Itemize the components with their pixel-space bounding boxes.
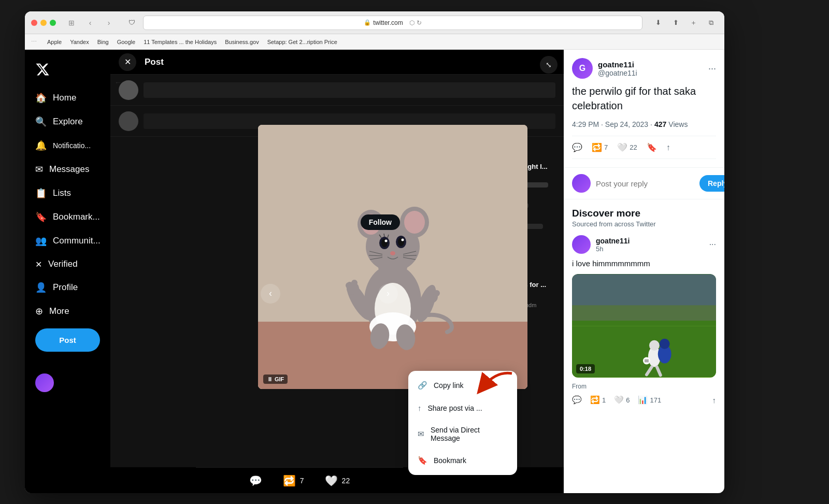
sidebar-item-messages[interactable]: ✉ Messages <box>29 159 106 180</box>
sidebar-item-home[interactable]: 🏠 Home <box>29 87 106 109</box>
context-menu-item-bookmark[interactable]: 🔖 Bookmark <box>408 449 517 472</box>
like-action-icon: 🤍 <box>617 142 627 152</box>
follow-button[interactable]: Follow <box>361 214 400 230</box>
upload-icon[interactable]: ⬆ <box>668 16 683 30</box>
discover-share-btn[interactable]: ↑ <box>712 396 717 405</box>
tweet-author-info: goatne11i @goatne11i <box>598 60 703 77</box>
discover-views-btn[interactable]: 📊 171 <box>638 395 661 405</box>
comment-action-btn[interactable]: 💬 <box>572 142 582 152</box>
retweet-action[interactable]: 🔁 7 <box>283 474 304 487</box>
browser-actions: ⬇ ⬆ ＋ ⧉ <box>651 16 718 30</box>
bookmark-google[interactable]: Google <box>117 39 135 45</box>
gif-label: GIF <box>275 376 284 382</box>
discover-media-thumbnail[interactable]: 0:18 <box>572 274 716 378</box>
tweet-views-count: 427 <box>654 120 666 128</box>
discover-subtitle: Sourced from across Twitter <box>572 220 716 228</box>
discover-tweet-author-info: goatne11i 5h <box>596 237 630 253</box>
nav-forward-icon[interactable]: › <box>102 16 116 30</box>
bookmarks-bar: ⋯ Apple Yandex Bing Google 11 Templates … <box>25 34 724 50</box>
discover-tweet-time: 5h <box>596 245 630 253</box>
discover-like-btn[interactable]: 🤍 6 <box>614 395 630 405</box>
minimize-traffic-light[interactable] <box>40 20 47 26</box>
split-view-icon[interactable]: ⧉ <box>704 16 718 30</box>
new-tab-icon[interactable]: ＋ <box>686 16 701 30</box>
close-button[interactable]: ✕ <box>119 53 136 71</box>
comment-icon: 💬 <box>249 474 262 487</box>
share-action-btn[interactable]: ↑ <box>666 143 670 152</box>
like-action[interactable]: 🤍 22 <box>325 474 350 487</box>
heart-icon: 🤍 <box>325 474 338 487</box>
close-traffic-light[interactable] <box>31 20 37 26</box>
bookmark-templates[interactable]: 11 Templates ... the Holidays <box>144 39 217 45</box>
sidebar-item-profile[interactable]: 👤 Profile <box>29 277 106 298</box>
verified-icon: ✕ <box>35 260 42 269</box>
bookmark-label: Bookmark <box>434 456 466 465</box>
tweet-header-title: Post <box>145 57 164 67</box>
download-icon[interactable]: ⬇ <box>651 16 665 30</box>
discover-section: Discover more Sourced from across Twitte… <box>564 199 724 413</box>
address-bar[interactable]: 🔒 twitter.com ⬡ ↻ <box>143 16 642 30</box>
bottom-action-bar: 💬 🔁 7 🤍 22 <box>196 467 403 493</box>
soccer-svg <box>572 274 716 378</box>
refresh-icon[interactable]: ↻ <box>417 19 422 26</box>
retweet-action-btn[interactable]: 🔁 7 <box>592 142 608 152</box>
sidebar-item-lists[interactable]: 📋 Lists <box>29 182 106 204</box>
discover-comment-icon: 💬 <box>572 395 582 405</box>
discover-more-button[interactable]: ··· <box>709 240 716 249</box>
sidebar-item-verified[interactable]: ✕ Verified <box>29 254 106 275</box>
browser-titlebar: ⊞ ‹ › 🛡 🔒 twitter.com ⬡ ↻ ⬇ ⬆ ＋ ⧉ <box>25 11 724 34</box>
dm-label: Send via Direct Message <box>431 426 508 442</box>
svg-point-26 <box>402 239 404 241</box>
sidebar-toggle-icon[interactable]: ⊞ <box>64 16 79 30</box>
next-media-button[interactable]: › <box>378 284 398 304</box>
svg-rect-46 <box>572 275 716 306</box>
sidebar-item-bookmarks[interactable]: 🔖 Bookmark... <box>29 206 106 228</box>
discover-tweet-avatar <box>572 235 591 254</box>
discover-actions-row: 💬 🔁 1 🤍 6 📊 171 <box>572 395 716 405</box>
bookmark-action-btn[interactable]: 🔖 <box>647 142 657 152</box>
url-text: twitter.com <box>373 19 403 26</box>
reply-input-row: Reply <box>564 168 724 199</box>
profile-icon: 👤 <box>35 282 47 293</box>
sidebar-item-notifications[interactable]: 🔔 Notificatio... <box>29 135 106 156</box>
share-post-icon: ↑ <box>418 404 422 412</box>
gif-container[interactable]: ⏸ GIF <box>258 125 527 389</box>
discover-retweet-btn[interactable]: 🔁 1 <box>590 395 606 405</box>
sidebar-label-lists: Lists <box>53 188 71 198</box>
sidebar-item-explore[interactable]: 🔍 Explore <box>29 111 106 133</box>
tweet-text: the perwilo gif for that saka celebratio… <box>572 84 716 113</box>
bookmark-bing[interactable]: Bing <box>97 39 109 45</box>
svg-point-23 <box>385 240 388 242</box>
bookmark-setapp[interactable]: Setapp: Get 2...ription Price <box>267 39 337 45</box>
more-icon: ⊕ <box>35 306 43 317</box>
tweet-author-name: goatne11i <box>598 60 703 69</box>
discover-comment-btn[interactable]: 💬 <box>572 395 582 405</box>
bookmark-yandex[interactable]: Yandex <box>70 39 89 45</box>
comment-action[interactable]: 💬 <box>249 474 262 487</box>
reply-input-field[interactable] <box>596 179 694 188</box>
svg-point-11 <box>351 280 358 286</box>
expand-button[interactable]: ⤡ <box>540 56 558 74</box>
tweet-view-area: ✕ Post ← ⤡ You might l... <box>110 50 564 493</box>
discover-retweet-count: 1 <box>602 396 606 404</box>
discover-tweet-header: goatne11i 5h ··· <box>572 235 716 254</box>
tweet-more-button[interactable]: ··· <box>708 63 716 74</box>
maximize-traffic-light[interactable] <box>50 20 56 26</box>
reply-button[interactable]: Reply <box>699 175 724 192</box>
gif-badge: ⏸ GIF <box>263 375 288 384</box>
bookmark-apple[interactable]: Apple <box>47 39 62 45</box>
sidebar-item-more[interactable]: ⊕ More <box>29 300 106 322</box>
context-menu-item-dm[interactable]: ✉ Send via Direct Message <box>408 419 517 449</box>
like-count: 22 <box>342 477 350 485</box>
sidebar-item-communities[interactable]: 👥 Communit... <box>29 230 106 252</box>
discover-tweet-card: goatne11i 5h ··· i love himmmmmmmm <box>572 235 716 405</box>
post-button[interactable]: Post <box>35 328 100 352</box>
bookmark-business[interactable]: Business.gov <box>225 39 259 45</box>
svg-point-14 <box>429 289 435 295</box>
nav-back-icon[interactable]: ‹ <box>83 16 97 30</box>
like-action-btn[interactable]: 🤍 22 <box>617 142 637 152</box>
sidebar-user[interactable] <box>29 368 106 397</box>
prev-media-button[interactable]: ‹ <box>261 284 280 304</box>
right-panel: G goatne11i @goatne11i ··· the perwilo g… <box>564 50 724 493</box>
red-arrow-indicator <box>452 368 520 405</box>
